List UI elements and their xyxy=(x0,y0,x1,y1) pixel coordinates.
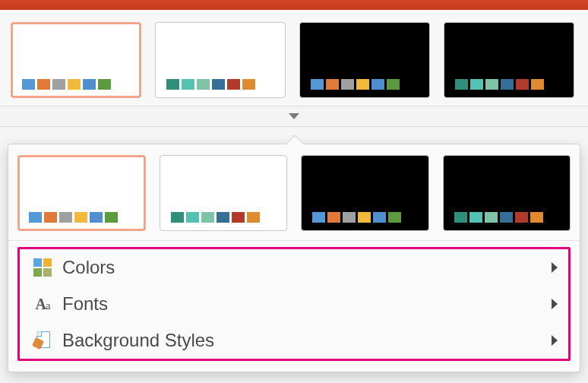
color-swatch xyxy=(371,79,384,90)
fonts-menu-item[interactable]: Aa Fonts xyxy=(20,286,568,322)
fonts-icon: Aa xyxy=(30,296,55,313)
color-swatch xyxy=(59,212,72,223)
top-variant-2[interactable] xyxy=(299,22,430,98)
chevron-right-icon xyxy=(552,262,558,273)
color-swatch xyxy=(227,79,240,90)
color-swatch xyxy=(247,212,260,223)
color-swatch xyxy=(242,79,255,90)
variants-popover-wrap: Colors Aa Fonts Background Styl xyxy=(0,127,588,372)
pop-variant-3[interactable] xyxy=(443,155,571,231)
color-swatch xyxy=(515,212,528,223)
color-swatch xyxy=(501,79,514,90)
variants-popover: Colors Aa Fonts Background Styl xyxy=(8,144,580,372)
swatch-row xyxy=(29,212,118,223)
color-swatch xyxy=(166,79,179,90)
colors-label: Colors xyxy=(62,257,552,278)
gallery-expand-row xyxy=(0,106,588,127)
color-swatch xyxy=(197,79,210,90)
color-swatch xyxy=(469,212,482,223)
pop-variant-0[interactable] xyxy=(17,155,146,231)
color-swatch xyxy=(22,79,35,90)
color-swatch xyxy=(531,79,544,90)
color-swatch xyxy=(455,79,468,90)
color-swatch xyxy=(500,212,513,223)
swatch-row xyxy=(166,79,255,90)
color-swatch xyxy=(327,212,340,223)
top-variant-1[interactable] xyxy=(155,22,286,98)
background-styles-icon xyxy=(30,331,55,350)
theme-variants-gallery xyxy=(0,10,588,106)
top-variant-0[interactable] xyxy=(11,22,141,98)
swatch-row xyxy=(171,212,260,223)
color-swatch xyxy=(90,212,103,223)
color-swatch xyxy=(485,212,498,223)
color-swatch xyxy=(68,79,81,90)
color-swatch xyxy=(186,212,199,223)
color-swatch xyxy=(373,212,386,223)
color-swatch xyxy=(201,212,214,223)
color-swatch xyxy=(356,79,369,90)
color-swatch xyxy=(516,79,529,90)
popover-arrow xyxy=(284,134,304,144)
color-swatch xyxy=(52,79,65,90)
color-swatch xyxy=(388,212,401,223)
color-swatch xyxy=(341,79,354,90)
color-swatch xyxy=(98,79,111,90)
color-swatch xyxy=(74,212,87,223)
color-swatch xyxy=(530,212,543,223)
background-styles-menu-item[interactable]: Background Styles xyxy=(20,322,568,359)
color-swatch xyxy=(105,212,118,223)
pop-variant-1[interactable] xyxy=(160,155,288,231)
color-swatch xyxy=(485,79,498,90)
color-swatch xyxy=(326,79,339,90)
color-swatch xyxy=(182,79,194,90)
swatch-row xyxy=(311,79,400,90)
ribbon-accent-bar xyxy=(0,0,588,10)
color-swatch xyxy=(312,212,325,223)
color-swatch xyxy=(37,79,50,90)
color-swatch xyxy=(44,212,57,223)
popover-variants-gallery xyxy=(8,144,580,241)
top-variant-3[interactable] xyxy=(444,22,574,98)
expand-gallery-button[interactable] xyxy=(273,108,315,125)
color-swatch xyxy=(358,212,371,223)
swatch-row xyxy=(454,212,543,223)
color-swatch xyxy=(343,212,356,223)
pop-variant-2[interactable] xyxy=(301,155,429,231)
chevron-right-icon xyxy=(552,299,558,309)
swatch-row xyxy=(455,79,544,90)
color-swatch xyxy=(232,212,245,223)
color-swatch xyxy=(83,79,96,90)
colors-icon xyxy=(30,258,55,277)
color-swatch xyxy=(212,79,225,90)
chevron-down-icon xyxy=(289,113,299,119)
swatch-row xyxy=(22,79,111,90)
background-styles-label: Background Styles xyxy=(62,330,552,351)
color-swatch xyxy=(171,212,184,223)
color-swatch xyxy=(29,212,42,223)
chevron-right-icon xyxy=(552,335,558,346)
color-swatch xyxy=(470,79,483,90)
fonts-label: Fonts xyxy=(62,293,552,315)
color-swatch xyxy=(387,79,400,90)
color-swatch xyxy=(311,79,324,90)
color-swatch xyxy=(454,212,467,223)
color-swatch xyxy=(217,212,229,223)
menu-highlight-box: Colors Aa Fonts Background Styl xyxy=(17,247,571,361)
swatch-row xyxy=(312,212,401,223)
colors-menu-item[interactable]: Colors xyxy=(20,249,568,286)
